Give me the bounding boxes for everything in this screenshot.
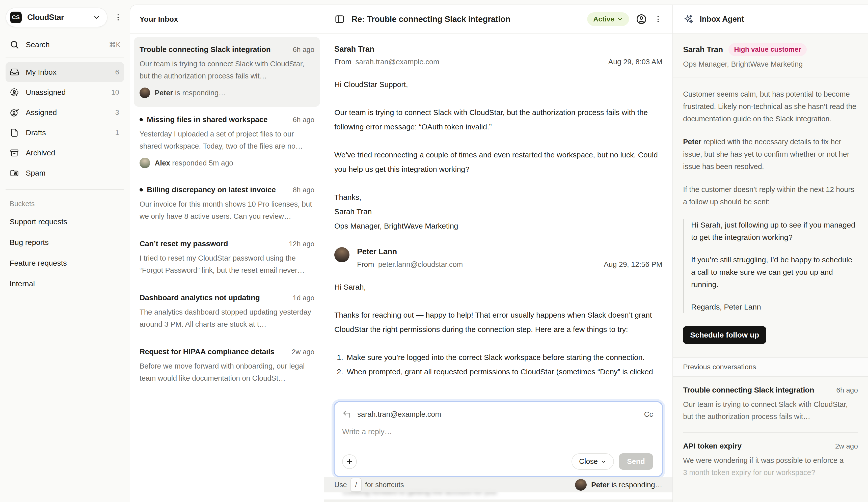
from-email: peter.lann@cloudstar.com [378,260,463,269]
signature-line: Ops Manager, BrightWave Marketing [334,219,662,233]
conversation-preview: Our team is trying to connect Slack with… [140,58,314,82]
conversation-preview: I tried to reset my CloudStar password u… [140,252,314,276]
conversation-item[interactable]: Missing files in shared workspace 6h ago… [134,107,320,177]
message-paragraph: We’ve tried reconnecting a couple of tim… [334,148,662,176]
agent-content[interactable]: Sarah Tran High value customer Ops Manag… [673,33,868,502]
bottom-strip [324,500,672,502]
list-number: 1. [337,350,343,365]
cc-button[interactable]: Cc [644,410,653,418]
sidebar-item-drafts[interactable]: Drafts 1 [6,123,124,143]
conversation-title: Can’t reset my password [140,239,285,248]
spam-folder-icon [10,168,19,178]
sidebar-item-feature-requests[interactable]: Feature requests [6,253,124,273]
thread-header: Re: Trouble connecting Slack integration… [324,5,672,33]
unread-dot [140,118,143,121]
avatar [140,87,150,98]
conversation-item[interactable]: Dashboard analytics not updating 1d ago … [134,285,320,339]
sidebar-item-my-inbox[interactable]: My Inbox 6 [6,62,124,82]
sidebar-item-label: My Inbox [26,68,56,76]
inbox-agent-panel: Inbox Agent Sarah Tran High value custom… [672,5,868,502]
conversation-time: 2w ago [292,348,314,356]
conversation-status: Peter is responding… [140,87,314,98]
sparkles-icon [683,14,694,25]
chevron-down-icon [93,14,101,21]
customer-card: Sarah Tran High value customer Ops Manag… [673,33,868,77]
sidebar-item-spam[interactable]: Spam [6,163,124,183]
sidebar-item-label: Archived [26,149,55,157]
composer-actions: Close Send [342,453,653,470]
thread-panel: Re: Trouble connecting Slack integration… [324,5,672,502]
conversation-time: 6h ago [293,46,314,54]
summary-rest: replied with the necessary details to fi… [683,138,849,170]
sidebar-item-assigned[interactable]: Assigned 3 [6,102,124,123]
quote-paragraph: Regards, Peter Lann [691,301,858,313]
customer-role: Ops Manager, BrightWave Marketing [683,60,858,69]
conversation-time: 6h ago [293,116,314,124]
previous-conversation-title: Trouble connecting Slack integration [683,386,832,394]
sidebar-item-label: Drafts [26,128,46,137]
user-dashed-icon [10,87,19,97]
reply-input[interactable]: Write a reply… [342,427,653,453]
workspace-switcher[interactable]: CS CloudStar [6,8,107,27]
sidebar-item-support-requests[interactable]: Support requests [6,211,124,232]
message-paragraph: Thanks for reaching out — happy to help!… [334,308,662,336]
previous-conversation-title: API token expiry [683,442,831,450]
sidebar-item-count: 10 [111,88,119,96]
sidebar-item-archived[interactable]: Archived [6,143,124,163]
message-paragraph: Hi CloudStar Support, [334,77,662,92]
conversation-item[interactable]: Billing discrepancy on latest invoice 8h… [134,177,320,231]
buckets-section-label: Buckets [10,200,124,208]
send-button[interactable]: Send [619,453,653,470]
status-dropdown[interactable]: Active [587,12,629,26]
agent-header: Inbox Agent [673,5,868,33]
sidebar-item-count: 1 [115,129,119,137]
status-label: Active [593,15,614,23]
sidebar-item-unassigned[interactable]: Unassigned 10 [6,82,124,102]
thread-menu-icon[interactable] [654,15,662,23]
workspace-menu-button[interactable] [112,13,124,22]
previous-conversation-time: 6h ago [836,386,858,394]
suggested-followup-quote: Hi Sarah, just following up to see if yo… [683,219,858,313]
close-dropdown-button[interactable]: Close [571,453,614,470]
conversation-preview: Our invoice for this month shows 10 Pro … [140,198,314,222]
avatar [334,247,350,262]
slash-keycap: / [351,478,362,492]
conversation-item[interactable]: Request for HIPAA compliance details 2w … [134,339,320,393]
preview-line: We were wondering if it was possible to … [683,454,858,467]
sidebar-item-internal[interactable]: Internal [6,273,124,294]
agent-summary: Customer seems calm, but has potential t… [673,77,868,344]
responder-name: Alex [155,159,170,167]
summary-bold: Peter [683,138,702,146]
list-number: 2. [337,365,343,379]
avatar [140,158,150,168]
message-date: Aug 29, 8:03 AM [608,58,662,66]
previous-conversation-item[interactable]: Trouble connecting Slack integration 6h … [673,377,868,432]
list-divider [140,393,314,393]
sidebar-item-count: 3 [115,108,119,116]
schedule-follow-up-button[interactable]: Schedule follow up [683,326,766,344]
conversation-item[interactable]: Trouble connecting Slack integration 6h … [134,37,320,107]
summary-paragraph: Peter replied with the necessary details… [683,136,858,173]
attach-button[interactable] [342,454,357,469]
conversation-title: Missing files in shared workspace [147,115,289,124]
inbox-icon [10,67,19,77]
thread-title: Re: Trouble connecting Slack integration [351,14,581,24]
search-input[interactable]: Search ⌘K [6,34,124,55]
message-paragraph: Our team is trying to connect Slack with… [334,105,662,134]
panel-toggle-icon[interactable] [334,14,345,24]
assignee-icon[interactable] [636,13,647,25]
conversation-preview: The analytics dashboard stopped updating… [140,306,314,330]
thread-footer: Use / for shortcuts Peter is responding… [324,477,672,492]
previous-conversation-item[interactable]: API token expiry 2w ago We were wonderin… [673,433,868,488]
hint-shortcuts: for shortcuts [365,481,404,489]
conversation-item[interactable]: Can’t reset my password 12h ago I tried … [134,231,320,285]
previous-conversation-preview: We were wondering if it was possible to … [683,454,858,479]
message-date: Aug 29, 12:56 PM [604,260,662,269]
conversation-title: Billing discrepancy on latest invoice [147,186,289,194]
sidebar-item-bug-reports[interactable]: Bug reports [6,232,124,253]
responder-status: is responding… [609,481,662,489]
conversation-time: 8h ago [293,186,314,194]
draft-file-icon [10,128,19,137]
conversation-time: 12h ago [289,240,314,248]
recipient-email: sarah.tran@example.com [357,410,441,418]
